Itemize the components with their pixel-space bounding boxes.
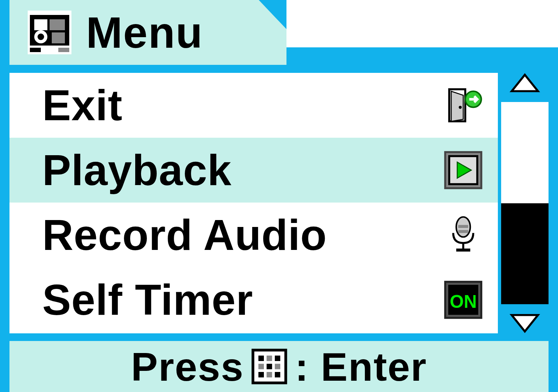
microphone-icon xyxy=(443,215,483,255)
menu-item-playback[interactable]: Playback xyxy=(9,138,498,203)
svg-point-5 xyxy=(38,34,44,40)
svg-rect-28 xyxy=(275,364,280,369)
footer: Press : Enter xyxy=(9,341,549,392)
on-icon: ON xyxy=(443,280,483,320)
svg-rect-7 xyxy=(30,48,41,52)
menu-item-label: Exit xyxy=(42,81,443,130)
svg-rect-30 xyxy=(267,372,272,377)
scroll-track[interactable] xyxy=(501,95,549,311)
scrollbar xyxy=(501,73,549,333)
menu-item-label: Self Timer xyxy=(42,275,443,325)
camera-icon xyxy=(28,11,71,54)
svg-rect-8 xyxy=(58,48,69,52)
svg-text:ON: ON xyxy=(450,291,477,311)
svg-rect-16 xyxy=(458,230,468,233)
menu-item-label: Record Audio xyxy=(42,210,443,260)
scroll-up-arrow[interactable] xyxy=(508,73,541,95)
svg-rect-27 xyxy=(267,364,272,369)
svg-rect-15 xyxy=(458,225,468,228)
scroll-down-arrow[interactable] xyxy=(508,311,541,333)
menu-item-record-audio[interactable]: Record Audio xyxy=(9,203,498,267)
header-tab: Menu xyxy=(9,0,286,65)
svg-rect-6 xyxy=(52,32,65,43)
exit-icon xyxy=(443,85,483,125)
menu-list: Exit Playback Record Audio xyxy=(9,73,498,333)
svg-point-10 xyxy=(459,106,462,109)
playback-icon xyxy=(443,150,483,190)
menu-title: Menu xyxy=(86,7,203,58)
svg-rect-23 xyxy=(258,356,264,361)
svg-rect-25 xyxy=(275,356,280,361)
footer-press-label: Press xyxy=(131,344,244,390)
scroll-thumb xyxy=(501,203,549,305)
menu-item-label: Playback xyxy=(42,145,443,195)
scroll-track-upper xyxy=(501,102,549,203)
menu-item-exit[interactable]: Exit xyxy=(9,73,498,138)
svg-rect-24 xyxy=(267,356,272,361)
button-icon xyxy=(251,348,288,385)
footer-enter-label: : Enter xyxy=(295,344,427,390)
svg-rect-2 xyxy=(34,19,47,30)
header-right-bg xyxy=(286,0,558,47)
svg-rect-31 xyxy=(275,372,280,377)
header: Menu xyxy=(0,0,558,73)
menu-item-self-timer[interactable]: Self Timer ON xyxy=(9,267,498,332)
svg-rect-26 xyxy=(258,364,264,369)
svg-rect-29 xyxy=(258,372,264,377)
menu-screen: Menu Exit Playback Record Audio xyxy=(0,0,558,392)
svg-rect-3 xyxy=(50,19,65,30)
